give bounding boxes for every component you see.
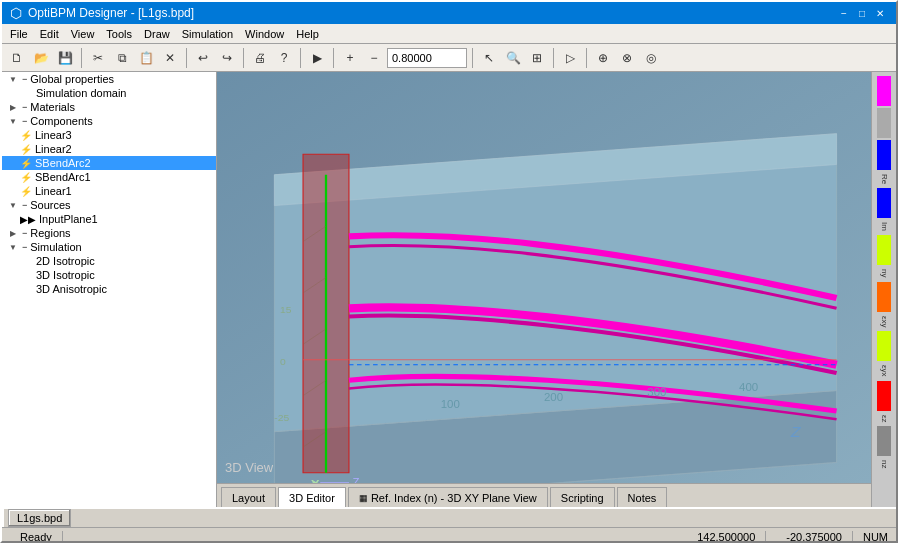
tab-layout[interactable]: Layout	[221, 487, 276, 507]
menu-view[interactable]: View	[65, 26, 101, 42]
help-button[interactable]: ?	[273, 47, 295, 69]
pointer-button[interactable]: ↖	[478, 47, 500, 69]
menu-window[interactable]: Window	[239, 26, 290, 42]
menu-help[interactable]: Help	[290, 26, 325, 42]
tree-item-sources[interactable]: ▼−Sources	[2, 198, 216, 212]
tree-item-sbengarc2[interactable]: ⚡SBendArc2	[2, 156, 216, 170]
zoom-input[interactable]	[387, 48, 467, 68]
tree-label: InputPlane1	[39, 213, 98, 225]
menu-file[interactable]: File	[4, 26, 34, 42]
taskbar: L1gs.bpd	[2, 507, 896, 527]
maximize-button[interactable]: □	[854, 5, 870, 21]
folder-icon: −	[22, 200, 27, 210]
close-button[interactable]: ✕	[872, 5, 888, 21]
menu-bar: FileEditViewToolsDrawSimulationWindowHel…	[2, 24, 896, 44]
tb-btn-extra3[interactable]: ◎	[640, 47, 662, 69]
save-button[interactable]: 💾	[54, 47, 76, 69]
viewport-svg: Y ↓ Z 100 200 300 400 15 0 -25	[217, 72, 871, 483]
folder-icon: −	[22, 228, 27, 238]
svg-text:400: 400	[739, 381, 758, 392]
expand-icon: ▼	[6, 117, 20, 126]
paste-button[interactable]: 📋	[135, 47, 157, 69]
tab-3d-editor[interactable]: 3D Editor	[278, 487, 346, 507]
tree-label: SBendArc2	[35, 157, 91, 169]
color-swatch-3	[877, 188, 891, 218]
tree-item-regions[interactable]: ▶−Regions	[2, 226, 216, 240]
delete-button[interactable]: ✕	[159, 47, 181, 69]
new-button[interactable]: 🗋	[6, 47, 28, 69]
minus-button[interactable]: −	[363, 47, 385, 69]
component-icon: ⚡	[20, 158, 32, 169]
toolbar-sep-6	[472, 48, 473, 68]
tree-label: Global properties	[30, 73, 114, 85]
tree-item-inputplane1[interactable]: ▶▶InputPlane1	[2, 212, 216, 226]
tree-item-sbendarc1[interactable]: ⚡SBendArc1	[2, 170, 216, 184]
view-3d-label: 3D View	[225, 460, 273, 475]
coord1: 142.500000	[687, 531, 766, 543]
svg-text:200: 200	[544, 391, 563, 402]
tree-item-simulation[interactable]: ▼−Simulation	[2, 240, 216, 254]
undo-button[interactable]: ↩	[192, 47, 214, 69]
grid-button[interactable]: ⊞	[526, 47, 548, 69]
tb-btn-extra2[interactable]: ⊗	[616, 47, 638, 69]
menu-draw[interactable]: Draw	[138, 26, 176, 42]
tab-ref-index[interactable]: ▦Ref. Index (n) - 3D XY Plane View	[348, 487, 548, 507]
menu-tools[interactable]: Tools	[100, 26, 138, 42]
zoom-in-button[interactable]: 🔍	[502, 47, 524, 69]
cut-button[interactable]: ✂	[87, 47, 109, 69]
folder-icon: −	[22, 116, 27, 126]
expand-icon: ▼	[6, 243, 20, 252]
tree-item-linear2[interactable]: ⚡Linear2	[2, 142, 216, 156]
tree-label: Linear2	[35, 143, 72, 155]
color-swatch-4	[877, 235, 891, 265]
open-button[interactable]: 📂	[30, 47, 52, 69]
arrow-button[interactable]: ▶	[306, 47, 328, 69]
tree-label: Components	[30, 115, 92, 127]
tree-item-2d-iso[interactable]: 2D Isotropic	[2, 254, 216, 268]
window-title: OptiBPM Designer - [L1gs.bpd]	[28, 6, 836, 20]
sidebar-label-6: εyx	[880, 365, 889, 377]
svg-text:300: 300	[647, 386, 666, 397]
viewport[interactable]: Y ↓ Z 100 200 300 400 15 0 -25	[217, 72, 871, 483]
toolbar-sep-3	[243, 48, 244, 68]
tree-label: Simulation domain	[36, 87, 127, 99]
tab-label: Layout	[232, 492, 265, 504]
menu-simulation[interactable]: Simulation	[176, 26, 239, 42]
tree-item-components[interactable]: ▼−Components	[2, 114, 216, 128]
tree-item-linear1[interactable]: ⚡Linear1	[2, 184, 216, 198]
minimize-button[interactable]: −	[836, 5, 852, 21]
tree-label: Simulation	[30, 241, 81, 253]
sidebar-label-2: Re	[880, 174, 889, 184]
svg-text:-25: -25	[274, 413, 289, 423]
status-bar: Ready 142.500000 -20.375000 NUM	[2, 527, 896, 543]
tree-item-3d-iso[interactable]: 3D Isotropic	[2, 268, 216, 282]
svg-text:15: 15	[280, 305, 292, 315]
taskbar-item[interactable]: L1gs.bpd	[8, 509, 71, 527]
main-content: ▼−Global propertiesSimulation domain▶−Ma…	[2, 72, 896, 507]
tab-label: Notes	[628, 492, 657, 504]
tree-label: Materials	[30, 101, 75, 113]
sidebar-label-5: εxy	[880, 316, 889, 328]
expand-icon: ▶	[6, 103, 20, 112]
app-icon: ⬡	[10, 5, 22, 21]
tree-label: 3D Isotropic	[36, 269, 95, 281]
plus-button[interactable]: +	[339, 47, 361, 69]
tab-notes[interactable]: Notes	[617, 487, 668, 507]
copy-button[interactable]: ⧉	[111, 47, 133, 69]
print-button[interactable]: 🖨	[249, 47, 271, 69]
tree-item-sim-domain[interactable]: Simulation domain	[2, 86, 216, 100]
tab-scripting[interactable]: Scripting	[550, 487, 615, 507]
color-swatch-6	[877, 331, 891, 361]
tree-item-3d-aniso[interactable]: 3D Anisotropic	[2, 282, 216, 296]
tb-btn-extra1[interactable]: ⊕	[592, 47, 614, 69]
tree-item-global-props[interactable]: ▼−Global properties	[2, 72, 216, 86]
sim-button[interactable]: ▷	[559, 47, 581, 69]
tree-item-materials[interactable]: ▶−Materials	[2, 100, 216, 114]
toolbar-sep-4	[300, 48, 301, 68]
menu-edit[interactable]: Edit	[34, 26, 65, 42]
right-panel: Y ↓ Z 100 200 300 400 15 0 -25	[217, 72, 871, 507]
tree-label: Regions	[30, 227, 70, 239]
redo-button[interactable]: ↪	[216, 47, 238, 69]
tree-item-linear3[interactable]: ⚡Linear3	[2, 128, 216, 142]
color-swatch-7	[877, 381, 891, 411]
